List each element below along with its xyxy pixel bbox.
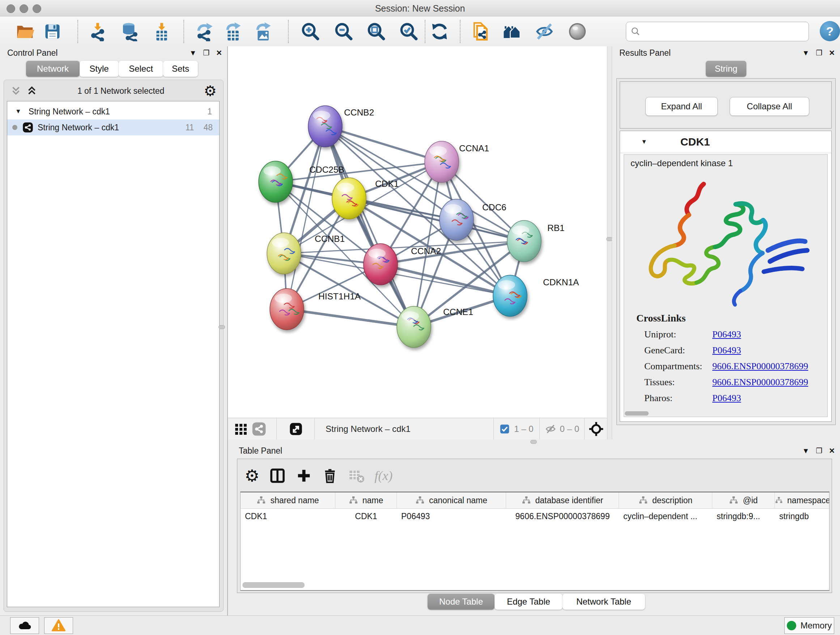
tab-string[interactable]: String [706, 61, 746, 77]
export-table-button[interactable] [223, 21, 243, 42]
results-scrollbar-thumb[interactable] [625, 411, 649, 416]
tab-network-table[interactable]: Network Table [562, 594, 645, 610]
crosslink-link[interactable]: 9606.ENSP00000378699 [712, 377, 808, 388]
import-network-file-button[interactable] [88, 21, 108, 42]
fit-selected-crosshair-icon[interactable] [588, 421, 604, 437]
table-cell[interactable]: P06493 [397, 509, 506, 524]
node-CCNB1[interactable] [267, 233, 301, 274]
network-options-gear-icon[interactable]: ⚙ [204, 84, 217, 98]
column-header-name[interactable]: name [335, 492, 397, 508]
column-header--id[interactable]: @id [712, 492, 775, 508]
node-CCNA2[interactable] [363, 244, 398, 285]
edge-CCNB2-CCNA1[interactable] [325, 126, 442, 162]
minimize-window-icon[interactable] [19, 4, 28, 13]
zoom-selected-button[interactable] [399, 21, 419, 42]
tree-expand-icon[interactable]: ▼ [15, 108, 21, 115]
table-cell[interactable]: 9606.ENSP00000378699 [506, 509, 619, 524]
tab-network[interactable]: Network [26, 61, 80, 77]
column-header-database-identifier[interactable]: database identifier [506, 492, 619, 508]
memory-indicator[interactable]: Memory [784, 617, 834, 634]
panel-collapse-icon[interactable]: ▼ [802, 49, 810, 57]
panel-close-icon[interactable]: ✕ [216, 49, 222, 57]
panel-close-icon[interactable]: ✕ [829, 447, 835, 455]
zoom-out-button[interactable] [333, 21, 354, 42]
hidden-eye-icon[interactable] [545, 423, 556, 435]
birds-eye-view-button[interactable] [233, 419, 249, 439]
table-options-gear-icon[interactable]: ⚙ [245, 469, 259, 483]
collapse-triangle-icon[interactable]: ▼ [641, 138, 647, 146]
network-row[interactable]: String Network – cdk1 11 48 [7, 119, 219, 135]
panel-collapse-icon[interactable]: ▼ [189, 49, 197, 57]
selected-checkbox-icon[interactable] [500, 424, 510, 434]
show-columns-icon[interactable] [269, 467, 286, 485]
network-collection-row[interactable]: ▼ String Network – cdk1 1 [7, 103, 219, 119]
edge-CCNE1-HIST1H1A[interactable] [287, 309, 414, 327]
table-cell[interactable]: cyclin–dependent ... [619, 509, 712, 524]
horizontal-splitter[interactable] [228, 440, 840, 444]
delete-table-icon[interactable] [347, 467, 365, 485]
node-CCNE1[interactable] [397, 306, 431, 348]
expand-all-button[interactable]: Expand All [645, 97, 718, 116]
column-header-namespace[interactable]: namespace [775, 492, 829, 508]
open-in-window-button[interactable] [287, 419, 304, 439]
search-input[interactable] [641, 26, 808, 37]
import-table-button[interactable] [152, 21, 172, 42]
node-table[interactable]: shared namenamecanonical namedatabase id… [240, 492, 829, 591]
cloud-status-button[interactable] [10, 617, 39, 634]
panel-float-icon[interactable]: ❐ [203, 49, 210, 57]
panel-float-icon[interactable]: ❐ [816, 49, 822, 57]
table-cell[interactable]: stringdb:9... [712, 509, 775, 524]
crosslink-link[interactable]: P06493 [712, 393, 741, 404]
table-scrollbar-thumb[interactable] [242, 582, 305, 588]
table-cell[interactable]: CDK1 [240, 509, 335, 524]
add-column-icon[interactable] [295, 467, 312, 484]
zoom-fit-button[interactable] [366, 21, 386, 42]
table-row[interactable]: CDK1CDK1P064939606.ENSP00000378699cyclin… [240, 509, 829, 524]
crosslink-link[interactable]: P06493 [712, 345, 741, 356]
splitter-handle[interactable] [531, 440, 537, 444]
column-header-description[interactable]: description [619, 492, 712, 508]
protein-card-header[interactable]: ▼ CDK1 [620, 131, 831, 153]
apply-layout-button[interactable] [429, 21, 450, 42]
save-session-button[interactable] [42, 21, 63, 42]
help-button[interactable]: ? [820, 21, 840, 41]
node-RB1[interactable] [507, 220, 541, 262]
node-CDC6[interactable] [439, 199, 474, 241]
node-HIST1H1A[interactable] [270, 288, 304, 330]
edge-CCNB2-HIST1H1A[interactable] [287, 126, 325, 309]
column-header-shared-name[interactable]: shared name [240, 492, 335, 508]
node-CDKN1A[interactable] [493, 275, 527, 317]
tab-sets[interactable]: Sets [163, 61, 198, 77]
table-cell[interactable]: stringdb [775, 509, 829, 524]
network-canvas[interactable]: CCNB2CCNA1CDC25BCDK1CDC6RB1CCNB1CCNA2CDK… [228, 46, 607, 418]
close-window-icon[interactable] [6, 4, 15, 13]
function-builder-button[interactable]: f(x) [374, 468, 393, 483]
delete-column-trash-icon[interactable] [322, 467, 338, 484]
vertical-splitter[interactable] [607, 46, 612, 440]
warnings-button[interactable] [44, 617, 73, 634]
crosslink-link[interactable]: P06493 [712, 329, 741, 340]
zoom-window-icon[interactable] [33, 4, 41, 13]
tab-node-table[interactable]: Node Table [428, 594, 494, 610]
node-CCNA1[interactable] [425, 141, 459, 182]
crosslink-link[interactable]: 9606.ENSP00000378699 [712, 361, 808, 372]
open-session-button[interactable] [15, 21, 35, 42]
panel-close-icon[interactable]: ✕ [829, 49, 835, 57]
node-CCNB2[interactable] [308, 106, 342, 147]
collapse-all-icon[interactable] [10, 85, 22, 97]
new-network-from-selection-button[interactable] [471, 21, 491, 42]
tab-select[interactable]: Select [118, 61, 163, 77]
export-network-button[interactable] [194, 21, 215, 42]
hide-selected-button[interactable] [534, 21, 554, 42]
panel-collapse-icon[interactable]: ▼ [802, 447, 810, 455]
panel-float-icon[interactable]: ❐ [816, 447, 822, 455]
collapse-all-button[interactable]: Collapse All [729, 97, 809, 116]
node-CDC25B[interactable] [259, 161, 293, 203]
search-box[interactable] [626, 22, 809, 41]
export-image-button[interactable] [253, 21, 273, 42]
zoom-in-button[interactable] [300, 21, 321, 42]
first-neighbors-button[interactable] [502, 21, 522, 42]
show-graphics-details-button[interactable] [567, 21, 587, 42]
node-CDK1[interactable] [332, 178, 366, 219]
tab-edge-table[interactable]: Edge Table [494, 594, 562, 610]
